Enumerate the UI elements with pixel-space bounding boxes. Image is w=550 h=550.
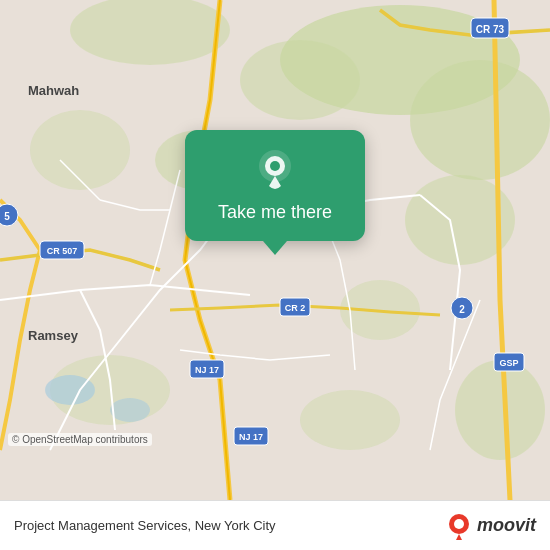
copyright-text: © OpenStreetMap contributors xyxy=(8,433,152,446)
svg-text:Ramsey: Ramsey xyxy=(28,328,79,343)
svg-text:CR 73: CR 73 xyxy=(476,24,505,35)
svg-text:CR 2: CR 2 xyxy=(285,303,306,313)
svg-point-13 xyxy=(110,398,150,422)
location-title: Project Management Services, New York Ci… xyxy=(14,518,276,533)
svg-point-2 xyxy=(410,60,550,180)
location-pin-icon xyxy=(253,148,297,192)
popup-label: Take me there xyxy=(218,202,332,223)
svg-point-10 xyxy=(300,390,400,450)
bottom-bar: Project Management Services, New York Ci… xyxy=(0,500,550,550)
svg-point-3 xyxy=(240,40,360,120)
moovit-logo: moovit xyxy=(445,512,536,540)
svg-text:CR 507: CR 507 xyxy=(47,246,78,256)
svg-text:NJ 17: NJ 17 xyxy=(195,365,219,375)
svg-point-36 xyxy=(454,519,464,529)
svg-point-11 xyxy=(455,360,545,460)
svg-text:5: 5 xyxy=(4,211,10,222)
moovit-icon xyxy=(445,512,473,540)
moovit-brand-text: moovit xyxy=(477,515,536,536)
popup-card[interactable]: Take me there xyxy=(185,130,365,241)
svg-point-34 xyxy=(270,161,280,171)
svg-text:Mahwah: Mahwah xyxy=(28,83,79,98)
svg-point-5 xyxy=(30,110,130,190)
map-container: CR 73 CR 507 NJ 17 NJ 17 CR 2 GSP 2 5 Ma… xyxy=(0,0,550,500)
svg-text:NJ 17: NJ 17 xyxy=(239,432,263,442)
svg-text:GSP: GSP xyxy=(499,358,518,368)
svg-text:2: 2 xyxy=(459,304,465,315)
